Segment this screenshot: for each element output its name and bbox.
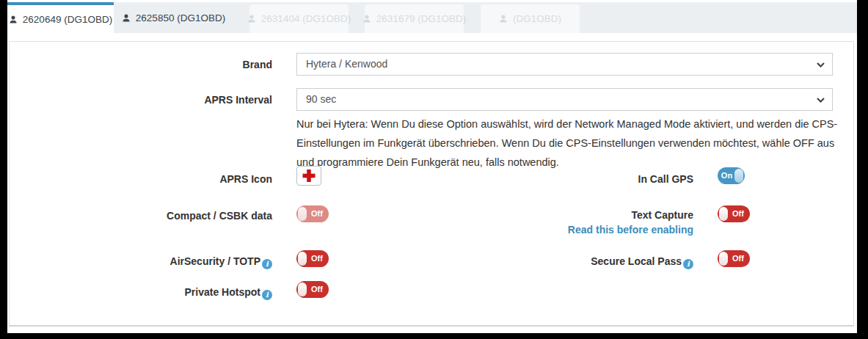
air-security-toggle[interactable]: Off — [296, 250, 329, 267]
tab-label: 2631404 (DG1OBD) — [261, 13, 351, 24]
toggle-state-label: Off — [307, 285, 327, 294]
tab-2625850[interactable]: 2625850 (DG1OBD) — [114, 2, 233, 33]
tab-label: 2620649 (DG1OBD) — [23, 14, 112, 25]
toggle-knob — [734, 169, 743, 183]
red-cross-icon — [302, 169, 316, 183]
tab-label: 2631679 (DG1OBD) — [376, 13, 466, 24]
person-icon — [122, 13, 131, 23]
toggle-state-label: Off — [307, 255, 327, 263]
in-call-gps-toggle[interactable]: On — [718, 167, 745, 184]
info-icon[interactable]: i — [683, 259, 693, 269]
toggle-knob — [719, 252, 728, 266]
air-security-label: AirSecurity / TOTPi — [7, 255, 272, 269]
person-icon — [362, 14, 371, 23]
brand-select-value: Hytera / Kenwood — [306, 58, 387, 70]
toggle-state-label: Off — [307, 210, 327, 218]
toggle-knob — [298, 252, 307, 266]
chevron-down-icon — [817, 62, 825, 68]
toggle-state-label: Off — [728, 255, 748, 263]
aprs-interval-label: APRS Interval — [7, 93, 272, 106]
toggle-knob — [719, 207, 728, 221]
tab-label: (DG1OBD) — [513, 13, 561, 24]
tab-dg1obd-faded[interactable]: (DG1OBD) — [481, 4, 580, 33]
aprs-interval-help-text: Nur bei Hytera: Wenn Du diese Option aus… — [296, 114, 843, 172]
compact-csbk-toggle[interactable]: Off — [296, 205, 329, 222]
air-security-label-text: AirSecurity / TOTP — [170, 255, 260, 267]
private-hotspot-label: Private Hotspoti — [7, 285, 272, 300]
tab-2631404-faded[interactable]: 2631404 (DG1OBD) — [249, 4, 349, 33]
text-capture-toggle[interactable]: Off — [718, 205, 750, 222]
tab-bar: 2620649 (DG1OBD) 2625850 (DG1OBD) 263140… — [7, 0, 857, 33]
secure-local-pass-toggle[interactable]: Off — [718, 250, 750, 267]
page-content: 2620649 (DG1OBD) 2625850 (DG1OBD) 263140… — [7, 0, 857, 333]
tab-2620649[interactable]: 2620649 (DG1OBD) — [7, 2, 114, 33]
secure-local-pass-label: Secure Local Passi — [448, 255, 693, 269]
in-call-gps-label: In Call GPS — [448, 172, 693, 186]
toggle-state-label: On — [719, 172, 734, 180]
chevron-down-icon — [817, 98, 825, 103]
person-icon — [9, 15, 18, 24]
brand-label: Brand — [7, 58, 272, 71]
info-icon[interactable]: i — [262, 290, 272, 300]
tab-2631679-faded[interactable]: 2631679 (DG1OBD) — [365, 4, 464, 33]
person-icon — [499, 14, 508, 23]
secure-local-pass-label-text: Secure Local Pass — [591, 255, 682, 267]
read-before-enabling-link[interactable]: Read this before enabling — [448, 224, 693, 236]
toggle-state-label: Off — [728, 210, 748, 218]
compact-csbk-label: Compact / CSBK data — [7, 209, 272, 222]
brand-select[interactable]: Hytera / Kenwood — [296, 53, 833, 76]
aprs-interval-select-value: 90 sec — [306, 93, 336, 105]
aprs-icon-label: APRS Icon — [7, 172, 272, 186]
toggle-knob — [298, 282, 307, 296]
aprs-icon-button[interactable] — [296, 166, 321, 186]
aprs-interval-select[interactable]: 90 sec — [296, 88, 833, 111]
toggle-knob — [298, 207, 307, 221]
private-hotspot-toggle[interactable]: Off — [296, 281, 329, 298]
info-icon[interactable]: i — [262, 259, 272, 269]
tab-label: 2625850 (DG1OBD) — [136, 12, 225, 23]
person-icon — [247, 14, 256, 23]
private-hotspot-label-text: Private Hotspot — [185, 286, 260, 298]
text-capture-label: Text Capture — [448, 208, 693, 222]
